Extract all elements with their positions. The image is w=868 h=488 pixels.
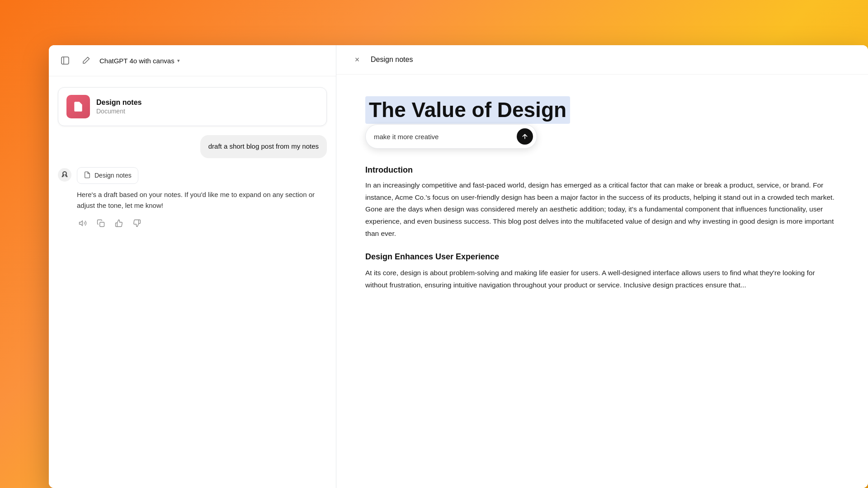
section1-text: At its core, design is about problem-sol… bbox=[365, 267, 839, 291]
canvas-content[interactable]: The Value of Design Introduction In an i… bbox=[336, 75, 868, 488]
doc-main-title: The Value of Design bbox=[365, 96, 570, 124]
thumbs-down-button[interactable] bbox=[131, 217, 143, 229]
svg-rect-6 bbox=[100, 222, 104, 226]
close-button[interactable]: × bbox=[351, 53, 363, 66]
speaker-button[interactable] bbox=[77, 217, 89, 229]
chat-header: ChatGPT 4o with canvas ▾ bbox=[49, 45, 336, 76]
chat-content: Design notes Document draft a short blog… bbox=[49, 76, 336, 488]
assistant-avatar bbox=[58, 168, 71, 182]
canvas-title: Design notes bbox=[371, 56, 413, 64]
assistant-content: Design notes Here's a draft based on you… bbox=[77, 167, 327, 229]
intro-heading: Introduction bbox=[365, 165, 839, 175]
card-title: Design notes bbox=[96, 99, 142, 107]
chat-panel: ChatGPT 4o with canvas ▾ Design notes bbox=[49, 45, 336, 488]
sidebar-toggle-button[interactable] bbox=[58, 53, 72, 68]
assistant-message: Design notes Here's a draft based on you… bbox=[58, 167, 327, 229]
doc-icon-box bbox=[66, 95, 90, 118]
canvas-panel: × Design notes The Value of Design Intro bbox=[336, 45, 868, 488]
app-window: ChatGPT 4o with canvas ▾ Design notes bbox=[49, 45, 868, 488]
card-subtitle: Document bbox=[96, 108, 142, 115]
canvas-header: × Design notes bbox=[336, 45, 868, 75]
chip-doc-icon bbox=[84, 171, 91, 180]
compose-button[interactable] bbox=[79, 53, 93, 68]
thumbs-up-button[interactable] bbox=[113, 217, 125, 229]
inline-edit-input[interactable] bbox=[374, 133, 512, 141]
design-notes-card[interactable]: Design notes Document bbox=[58, 87, 327, 126]
document-icon bbox=[72, 101, 84, 113]
svg-marker-5 bbox=[80, 221, 83, 225]
reference-chip-label: Design notes bbox=[94, 172, 132, 179]
svg-rect-0 bbox=[61, 57, 69, 64]
user-message: draft a short blog post from my notes bbox=[200, 135, 327, 158]
svg-point-4 bbox=[58, 168, 71, 182]
assistant-text: Here's a draft based on your notes. If y… bbox=[77, 189, 327, 211]
submit-arrow-icon bbox=[521, 133, 528, 140]
reference-chip[interactable]: Design notes bbox=[77, 167, 138, 184]
chat-title[interactable]: ChatGPT 4o with canvas ▾ bbox=[99, 57, 180, 65]
chat-title-text: ChatGPT 4o with canvas bbox=[99, 57, 175, 65]
card-text: Design notes Document bbox=[96, 99, 142, 115]
chat-title-chevron: ▾ bbox=[177, 58, 180, 64]
section1-heading: Design Enhances User Experience bbox=[365, 252, 839, 262]
intro-text: In an increasingly competitive and fast-… bbox=[365, 179, 839, 239]
action-buttons bbox=[77, 217, 327, 229]
inline-edit-popup bbox=[365, 124, 537, 149]
inline-submit-button[interactable] bbox=[517, 128, 533, 145]
copy-button[interactable] bbox=[95, 217, 107, 229]
